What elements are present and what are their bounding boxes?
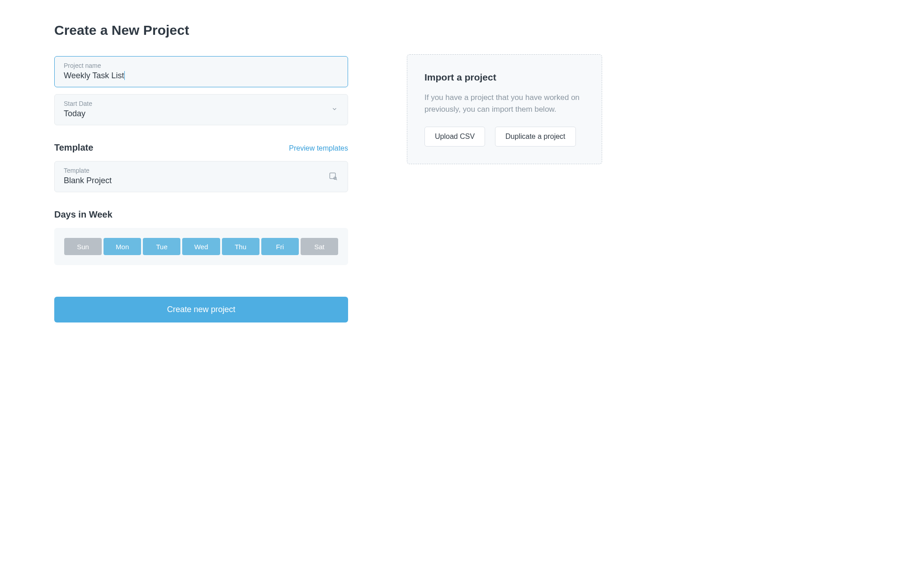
- import-buttons: Upload CSV Duplicate a project: [424, 127, 585, 147]
- day-wed[interactable]: Wed: [182, 238, 220, 255]
- start-date-field[interactable]: Start Date Today: [54, 94, 348, 125]
- day-mon[interactable]: Mon: [104, 238, 141, 255]
- day-fri[interactable]: Fri: [261, 238, 299, 255]
- template-field-value: Blank Project: [64, 176, 112, 185]
- day-thu[interactable]: Thu: [222, 238, 259, 255]
- side-panel: Import a project If you have a project t…: [407, 54, 602, 322]
- main-form: Create a New Project Project name Weekly…: [54, 23, 348, 322]
- project-name-input[interactable]: Weekly Task List: [64, 71, 125, 80]
- days-section-title: Days in Week: [54, 209, 113, 220]
- upload-csv-button[interactable]: Upload CSV: [424, 127, 485, 147]
- template-section-title: Template: [54, 142, 93, 153]
- template-section-header: Template Preview templates: [54, 142, 348, 153]
- page-title: Create a New Project: [54, 23, 348, 38]
- duplicate-project-button[interactable]: Duplicate a project: [495, 127, 576, 147]
- svg-line-2: [336, 179, 337, 180]
- preview-templates-link[interactable]: Preview templates: [289, 144, 348, 152]
- day-tue[interactable]: Tue: [143, 238, 180, 255]
- day-sat[interactable]: Sat: [301, 238, 338, 255]
- create-project-button[interactable]: Create new project: [54, 297, 348, 322]
- template-search-icon: [329, 171, 338, 182]
- start-date-value: Today: [64, 109, 85, 118]
- import-description: If you have a project that you have work…: [424, 92, 585, 115]
- chevron-down-icon: [331, 106, 338, 114]
- days-section-header: Days in Week: [54, 209, 348, 220]
- template-field[interactable]: Template Blank Project: [54, 161, 348, 192]
- project-name-field[interactable]: Project name Weekly Task List: [54, 56, 348, 87]
- days-selector: Sun Mon Tue Wed Thu Fri Sat: [54, 228, 348, 265]
- day-sun[interactable]: Sun: [64, 238, 102, 255]
- svg-rect-0: [330, 173, 336, 179]
- import-title: Import a project: [424, 72, 585, 83]
- project-name-label: Project name: [64, 62, 339, 69]
- import-panel: Import a project If you have a project t…: [407, 54, 602, 164]
- template-field-label: Template: [64, 167, 339, 174]
- start-date-label: Start Date: [64, 100, 339, 107]
